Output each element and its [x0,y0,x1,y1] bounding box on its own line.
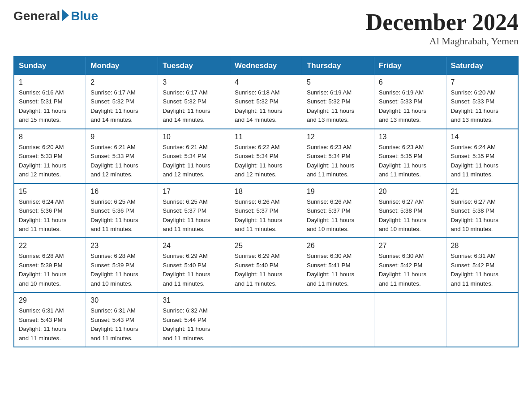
calendar-cell: 16Sunrise: 6:25 AMSunset: 5:36 PMDayligh… [86,184,158,238]
day-number: 25 [235,242,297,250]
calendar-week-row: 22Sunrise: 6:28 AMSunset: 5:39 PMDayligh… [14,238,518,292]
day-info: Sunrise: 6:25 AMSunset: 5:36 PMDaylight:… [90,197,153,234]
calendar-week-row: 29Sunrise: 6:31 AMSunset: 5:43 PMDayligh… [14,292,518,347]
day-number: 21 [451,188,513,196]
header-wednesday: Wednesday [230,56,302,75]
day-number: 4 [235,78,297,86]
day-info: Sunrise: 6:30 AMSunset: 5:42 PMDaylight:… [379,252,442,288]
logo-blue-text: Blue [71,9,98,23]
calendar-header-row: SundayMondayTuesdayWednesdayThursdayFrid… [14,56,518,75]
day-info: Sunrise: 6:31 AMSunset: 5:43 PMDaylight:… [90,306,153,343]
day-info: Sunrise: 6:29 AMSunset: 5:40 PMDaylight:… [235,252,297,288]
day-info: Sunrise: 6:18 AMSunset: 5:32 PMDaylight:… [235,88,297,125]
day-number: 19 [307,188,369,196]
calendar-cell: 26Sunrise: 6:30 AMSunset: 5:41 PMDayligh… [302,238,374,292]
day-info: Sunrise: 6:20 AMSunset: 5:33 PMDaylight:… [19,143,81,180]
logo: General Blue [13,9,98,23]
day-info: Sunrise: 6:22 AMSunset: 5:34 PMDaylight:… [235,143,297,180]
calendar-cell: 13Sunrise: 6:23 AMSunset: 5:35 PMDayligh… [374,129,446,184]
calendar-cell: 23Sunrise: 6:28 AMSunset: 5:39 PMDayligh… [86,238,158,292]
calendar-cell: 7Sunrise: 6:20 AMSunset: 5:33 PMDaylight… [446,75,518,129]
calendar-cell [446,292,518,347]
day-number: 31 [163,296,225,304]
calendar-cell: 29Sunrise: 6:31 AMSunset: 5:43 PMDayligh… [14,292,86,347]
day-info: Sunrise: 6:31 AMSunset: 5:43 PMDaylight:… [19,306,81,343]
day-number: 27 [379,242,442,250]
calendar-cell: 14Sunrise: 6:24 AMSunset: 5:35 PMDayligh… [446,129,518,184]
day-info: Sunrise: 6:19 AMSunset: 5:33 PMDaylight:… [379,88,442,125]
calendar-cell: 4Sunrise: 6:18 AMSunset: 5:32 PMDaylight… [230,75,302,129]
day-number: 8 [19,133,81,141]
logo-general-text: General [13,9,60,23]
day-number: 26 [307,242,369,250]
calendar-week-row: 8Sunrise: 6:20 AMSunset: 5:33 PMDaylight… [14,129,518,184]
day-info: Sunrise: 6:28 AMSunset: 5:39 PMDaylight:… [19,252,81,288]
calendar-cell: 17Sunrise: 6:25 AMSunset: 5:37 PMDayligh… [158,184,230,238]
calendar-cell [302,292,374,347]
day-info: Sunrise: 6:29 AMSunset: 5:40 PMDaylight:… [163,252,225,288]
day-info: Sunrise: 6:27 AMSunset: 5:38 PMDaylight:… [451,197,513,234]
day-info: Sunrise: 6:21 AMSunset: 5:34 PMDaylight:… [163,143,225,180]
calendar-cell: 28Sunrise: 6:31 AMSunset: 5:42 PMDayligh… [446,238,518,292]
day-info: Sunrise: 6:17 AMSunset: 5:32 PMDaylight:… [90,88,153,125]
day-number: 16 [90,188,153,196]
day-number: 24 [163,242,225,250]
calendar-cell: 2Sunrise: 6:17 AMSunset: 5:32 PMDaylight… [86,75,158,129]
page-header: General Blue December 2024 Al Maghrabah,… [13,9,519,47]
day-number: 1 [19,78,81,86]
calendar-cell [374,292,446,347]
calendar-cell: 5Sunrise: 6:19 AMSunset: 5:32 PMDaylight… [302,75,374,129]
calendar-cell: 1Sunrise: 6:16 AMSunset: 5:31 PMDaylight… [14,75,86,129]
day-info: Sunrise: 6:30 AMSunset: 5:41 PMDaylight:… [307,252,369,288]
header-sunday: Sunday [14,56,86,75]
day-info: Sunrise: 6:20 AMSunset: 5:33 PMDaylight:… [451,88,513,125]
calendar-cell: 30Sunrise: 6:31 AMSunset: 5:43 PMDayligh… [86,292,158,347]
month-year-title: December 2024 [366,9,519,35]
day-info: Sunrise: 6:32 AMSunset: 5:44 PMDaylight:… [163,306,225,343]
calendar-cell: 9Sunrise: 6:21 AMSunset: 5:33 PMDaylight… [86,129,158,184]
day-number: 6 [379,78,442,86]
day-info: Sunrise: 6:16 AMSunset: 5:31 PMDaylight:… [19,88,81,125]
calendar-week-row: 1Sunrise: 6:16 AMSunset: 5:31 PMDaylight… [14,75,518,129]
day-number: 11 [235,133,297,141]
day-info: Sunrise: 6:21 AMSunset: 5:33 PMDaylight:… [90,143,153,180]
calendar-cell: 11Sunrise: 6:22 AMSunset: 5:34 PMDayligh… [230,129,302,184]
day-info: Sunrise: 6:27 AMSunset: 5:38 PMDaylight:… [379,197,442,234]
day-info: Sunrise: 6:25 AMSunset: 5:37 PMDaylight:… [163,197,225,234]
header-tuesday: Tuesday [158,56,230,75]
calendar-table: SundayMondayTuesdayWednesdayThursdayFrid… [13,56,519,347]
calendar-cell: 12Sunrise: 6:23 AMSunset: 5:34 PMDayligh… [302,129,374,184]
day-number: 28 [451,242,513,250]
day-number: 17 [163,188,225,196]
day-info: Sunrise: 6:17 AMSunset: 5:32 PMDaylight:… [163,88,225,125]
day-number: 9 [90,133,153,141]
calendar-cell: 20Sunrise: 6:27 AMSunset: 5:38 PMDayligh… [374,184,446,238]
calendar-cell: 15Sunrise: 6:24 AMSunset: 5:36 PMDayligh… [14,184,86,238]
day-number: 29 [19,296,81,304]
header-monday: Monday [86,56,158,75]
calendar-cell: 19Sunrise: 6:26 AMSunset: 5:37 PMDayligh… [302,184,374,238]
day-number: 22 [19,242,81,250]
day-number: 13 [379,133,442,141]
day-info: Sunrise: 6:26 AMSunset: 5:37 PMDaylight:… [235,197,297,234]
day-info: Sunrise: 6:23 AMSunset: 5:35 PMDaylight:… [379,143,442,180]
day-info: Sunrise: 6:23 AMSunset: 5:34 PMDaylight:… [307,143,369,180]
calendar-cell: 31Sunrise: 6:32 AMSunset: 5:44 PMDayligh… [158,292,230,347]
calendar-cell: 21Sunrise: 6:27 AMSunset: 5:38 PMDayligh… [446,184,518,238]
day-number: 15 [19,188,81,196]
header-friday: Friday [374,56,446,75]
calendar-cell: 25Sunrise: 6:29 AMSunset: 5:40 PMDayligh… [230,238,302,292]
day-number: 7 [451,78,513,86]
calendar-cell: 8Sunrise: 6:20 AMSunset: 5:33 PMDaylight… [14,129,86,184]
day-info: Sunrise: 6:28 AMSunset: 5:39 PMDaylight:… [90,252,153,288]
day-number: 30 [90,296,153,304]
title-block: December 2024 Al Maghrabah, Yemen [366,9,519,47]
calendar-week-row: 15Sunrise: 6:24 AMSunset: 5:36 PMDayligh… [14,184,518,238]
calendar-cell: 6Sunrise: 6:19 AMSunset: 5:33 PMDaylight… [374,75,446,129]
calendar-cell: 3Sunrise: 6:17 AMSunset: 5:32 PMDaylight… [158,75,230,129]
day-info: Sunrise: 6:26 AMSunset: 5:37 PMDaylight:… [307,197,369,234]
logo-arrow-icon [62,9,69,21]
calendar-cell: 24Sunrise: 6:29 AMSunset: 5:40 PMDayligh… [158,238,230,292]
day-number: 3 [163,78,225,86]
day-number: 14 [451,133,513,141]
